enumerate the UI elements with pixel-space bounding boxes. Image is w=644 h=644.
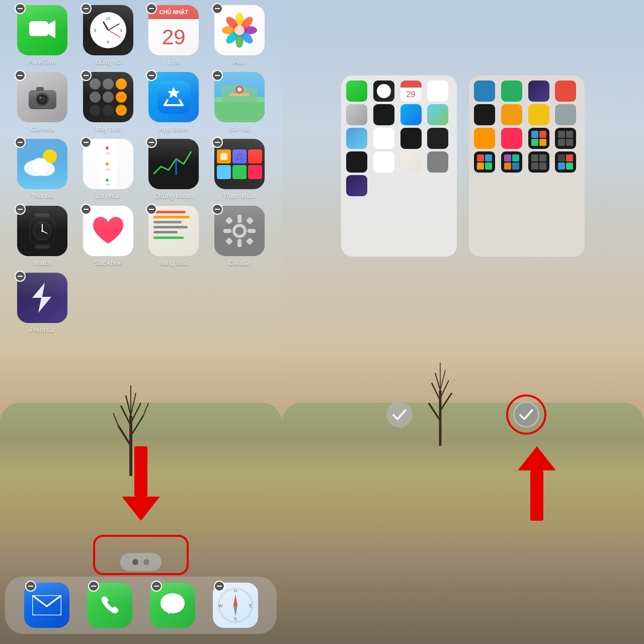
svg-line-5 [126,395,131,416]
minus-badge[interactable] [15,3,26,14]
svg-rect-58 [237,239,242,247]
app-settings[interactable]: Cài đặt [210,206,270,267]
svg-point-41 [32,158,48,172]
svg-rect-10 [29,21,48,36]
minus-badge[interactable] [15,137,26,148]
svg-point-14 [235,13,244,27]
minus-badge[interactable] [80,3,92,14]
settings-label: Cài đặt [229,259,250,267]
minus-badge[interactable] [80,204,92,215]
svg-line-83 [435,373,440,390]
svg-text:N: N [233,588,237,593]
reminders-label: Lời nhắc [95,192,121,200]
app-row-3: Thời tiết Lời nhắc [5,139,277,200]
minus-badge[interactable] [214,581,225,592]
minus-badge[interactable] [212,70,223,81]
reference-icon: 🎵 [214,139,265,189]
svg-rect-62 [246,217,254,225]
home-grid: FaceTime 12 6 3 9 [5,5,277,340]
minus-badge[interactable] [212,3,223,14]
calendar-label: Lịch [168,58,180,66]
minus-badge[interactable] [146,70,157,81]
minus-badge[interactable] [146,3,157,14]
app-productivity[interactable]: Năng suất [144,206,204,267]
minus-badge[interactable] [80,70,92,81]
app-reminders[interactable]: Lời nhắc [78,139,138,200]
app-facetime[interactable]: FaceTime [13,5,72,66]
dock-messages[interactable] [150,583,195,628]
dock-mail[interactable] [24,583,69,628]
minus-badge[interactable] [146,204,157,215]
app-row-4: Watch Sức khoẻ [5,206,277,267]
minus-badge[interactable] [80,137,92,148]
dock-safari[interactable]: N S W E [213,583,258,628]
calculator-label: Máy tính [96,125,121,133]
app-health[interactable]: Sức khoẻ [78,206,138,267]
minus-badge[interactable] [15,204,26,215]
app-row-2: Camera [5,72,277,133]
checkmark-left[interactable] [386,401,413,428]
app-reference[interactable]: 🎵 Tham khảo [210,139,270,200]
appstore-label: App Store [159,125,188,133]
weather-icon [17,139,67,189]
svg-marker-77 [233,605,237,616]
svg-line-82 [440,380,449,398]
minus-badge[interactable] [15,70,26,81]
svg-line-6 [131,393,136,416]
svg-marker-76 [233,594,237,606]
dot-1[interactable] [132,559,138,565]
svg-line-84 [440,370,445,390]
app-stocks[interactable]: Chứng khoán [144,139,204,200]
rock-ground-right [282,403,644,644]
stocks-label: Chứng khoán [154,192,193,200]
svg-point-68 [160,593,185,613]
svg-point-20 [239,15,255,30]
svg-point-28 [39,97,41,99]
app-camera[interactable]: Camera [13,72,72,133]
page-dots [120,553,162,571]
reminders-icon [83,139,133,189]
svg-rect-59 [223,229,231,233]
photos-label: Ảnh [233,58,245,66]
app-calendar[interactable]: CHỦ NHẬT 29 Lịch [144,5,204,66]
calendar-icon: CHỦ NHẬT 29 [148,5,199,55]
page-thumb-1[interactable]: 29 [341,75,457,257]
camera-icon-app [17,72,67,122]
app-weather[interactable]: Thời tiết [13,139,72,200]
page-thumb-2[interactable] [469,75,585,257]
page-thumbnails-container: 29 [292,75,634,257]
shortcuts-icon [17,273,67,323]
svg-point-36 [237,88,242,92]
minus-badge[interactable] [88,581,99,592]
svg-line-8 [113,413,118,426]
minus-badge[interactable] [25,581,36,592]
left-panel: FaceTime 12 6 3 9 [0,0,282,644]
minus-badge[interactable] [212,137,223,148]
red-arrow-down-left [122,446,160,521]
svg-rect-29 [36,87,44,91]
app-shortcuts[interactable]: Phím tắt [13,273,72,334]
app-watch[interactable]: Watch [13,206,72,267]
stocks-icon [148,139,199,189]
minus-badge[interactable] [146,137,157,148]
app-photos[interactable]: Ảnh [210,5,270,66]
camera-label: Camera [31,125,54,133]
maps-icon [214,72,265,122]
settings-icon [214,206,265,256]
svg-point-27 [39,96,46,103]
app-calculator[interactable]: Máy tính [78,72,138,133]
productivity-label: Năng suất [158,259,189,267]
app-appstore[interactable]: App Store [144,72,204,133]
clock-label: Đồng hồ [95,58,121,66]
facetime-label: FaceTime [28,58,57,66]
watch-label: Watch [33,259,51,267]
minus-badge[interactable] [15,271,26,282]
svg-point-56 [235,227,244,235]
dot-2[interactable] [143,559,149,565]
svg-line-1 [118,426,131,446]
dock-phone[interactable] [87,583,132,628]
minus-badge[interactable] [212,204,223,215]
minus-badge[interactable] [151,581,162,592]
app-clock[interactable]: 12 6 3 9 Đồng hồ [78,5,138,66]
app-maps[interactable]: Bản đồ [210,72,270,133]
